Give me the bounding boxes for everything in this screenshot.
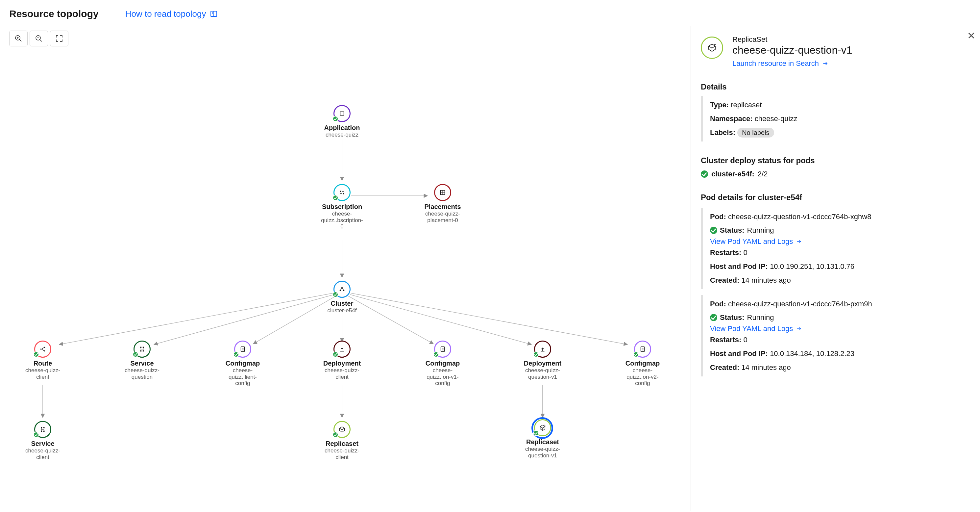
svg-text:+: + <box>714 43 716 46</box>
status-ok-icon <box>701 171 708 178</box>
node-sublabel: cheese-quizz..bscription-0 <box>321 211 363 230</box>
svg-line-35 <box>340 288 342 290</box>
node-placements[interactable]: Placements cheese-quizz-placement-0 <box>416 184 469 223</box>
svg-line-41 <box>41 349 44 351</box>
grid-icon <box>439 189 446 196</box>
help-link[interactable]: How to read topology <box>125 9 218 19</box>
node-label: Service <box>16 440 69 448</box>
document-icon <box>639 346 646 353</box>
cluster-icon <box>338 286 346 293</box>
view-pod-link[interactable]: View Pod YAML and Logs <box>710 237 802 246</box>
view-pod-label: View Pod YAML and Logs <box>710 237 793 246</box>
view-pod-label: View Pod YAML and Logs <box>710 324 793 333</box>
svg-line-40 <box>41 348 44 349</box>
node-service-client[interactable]: Service cheese-quizz-client <box>16 421 69 460</box>
node-service-question[interactable]: Service cheese-quizz-question <box>116 341 169 380</box>
cube-icon: + <box>539 424 546 431</box>
replicaset-icon: + <box>701 37 723 59</box>
svg-rect-24 <box>340 112 344 115</box>
node-sublabel: cheese-quizz-placement-0 <box>421 211 464 223</box>
node-sublabel: cheese-quizz-client <box>321 448 363 460</box>
cube-icon: + <box>338 426 346 433</box>
arrow-right-icon <box>822 60 829 67</box>
svg-rect-67 <box>41 431 43 432</box>
node-route[interactable]: Route cheese-quizz-client <box>16 341 69 380</box>
node-subscription[interactable]: Subscription cheese-quizz..bscription-0 <box>316 184 368 230</box>
status-ok-icon <box>332 116 338 122</box>
node-sublabel: cheese-quizz <box>321 132 363 138</box>
svg-text:+: + <box>344 426 345 428</box>
document-icon <box>439 346 446 353</box>
created-value: 14 minutes ago <box>741 363 791 372</box>
panel-kind: ReplicaSet <box>732 35 853 44</box>
status-ok-icon <box>33 432 39 438</box>
service-icon <box>138 346 146 353</box>
cluster-name: cluster-e54f: <box>711 170 754 179</box>
node-configmap-v2[interactable]: Configmap cheese-quizz..on-v2-config <box>616 341 669 387</box>
node-deployment-question[interactable]: Deployment cheese-quizz-question-v1 <box>516 341 569 380</box>
node-configmap-client[interactable]: Configmap cheese-quizz..lient-config <box>216 341 269 387</box>
pod-value: cheese-quizz-question-v1-cdccd764b-xghw8 <box>728 212 871 221</box>
svg-point-39 <box>44 351 45 352</box>
status-ok-icon <box>433 351 439 357</box>
view-pod-link[interactable]: View Pod YAML and Logs <box>710 324 802 333</box>
node-label: Subscription <box>316 203 368 211</box>
pod-details-section: Pod details for cluster-e54f Pod: cheese… <box>701 193 970 376</box>
status-ok-icon <box>710 227 717 234</box>
page-header: Resource topology How to read topology <box>0 0 980 26</box>
created-label: Created: <box>710 276 739 284</box>
pod-label: Pod: <box>710 212 726 221</box>
restarts-value: 0 <box>743 249 748 257</box>
created-value: 14 minutes ago <box>741 276 791 284</box>
service-icon <box>39 426 46 433</box>
namespace-value: cheese-quizz <box>755 115 797 123</box>
pod-value: cheese-quizz-question-v1-cdccd764b-pxm9h <box>728 300 872 308</box>
node-sublabel: cheese-quizz-question-v1 <box>521 446 564 459</box>
node-sublabel: cheese-quizz-question <box>121 367 164 380</box>
ip-value: 10.0.134.184, 10.128.2.23 <box>770 349 854 358</box>
subscription-icon <box>338 189 346 196</box>
node-label: Deployment <box>316 360 368 367</box>
node-label: Deployment <box>516 360 569 367</box>
node-sublabel: cheese-quizz-client <box>321 367 363 380</box>
svg-point-38 <box>44 347 45 348</box>
node-sublabel: cheese-quizz-client <box>21 367 64 380</box>
node-sublabel: cluster-e54f <box>321 307 363 314</box>
restarts-label: Restarts: <box>710 249 741 257</box>
status-value: Running <box>747 311 774 324</box>
restarts-value: 0 <box>743 336 748 344</box>
node-sublabel: cheese-quizz-question-v1 <box>521 367 564 380</box>
node-sublabel: cheese-quizz-client <box>21 448 64 460</box>
launch-search-link[interactable]: Launch resource in Search <box>732 59 829 68</box>
svg-text:+: + <box>544 424 546 427</box>
deploy-icon <box>338 346 346 353</box>
node-label: Application <box>316 124 368 132</box>
node-label: Configmap <box>616 360 669 367</box>
status-label: Status: <box>720 311 745 324</box>
status-ok-icon <box>332 292 338 297</box>
node-label: Service <box>116 360 169 367</box>
ip-label: Host and Pod IP: <box>710 349 768 358</box>
close-button[interactable]: ✕ <box>967 30 975 41</box>
node-deployment-client[interactable]: Deployment cheese-quizz-client <box>316 341 368 380</box>
node-configmap-v1[interactable]: Configmap cheese-quizz..on-v1-config <box>416 341 469 387</box>
svg-rect-42 <box>140 347 142 348</box>
status-ok-icon <box>633 351 639 357</box>
node-replicaset-question[interactable]: + Replicaset cheese-quizz-question-v1 <box>516 419 569 459</box>
svg-rect-65 <box>41 427 43 428</box>
svg-rect-45 <box>143 351 144 352</box>
node-label: Configmap <box>216 360 269 367</box>
svg-rect-44 <box>140 351 142 352</box>
status-ok-icon <box>332 351 338 357</box>
route-icon <box>39 346 46 353</box>
status-value: Running <box>747 223 774 237</box>
topology-canvas[interactable]: Application cheese-quizz Subscription ch… <box>0 26 690 511</box>
node-label: Replicaset <box>516 438 569 446</box>
node-application[interactable]: Application cheese-quizz <box>316 105 368 138</box>
node-replicaset-client[interactable]: + Replicaset cheese-quizz-client <box>316 421 368 460</box>
status-ok-icon <box>332 432 338 438</box>
node-cluster[interactable]: Cluster cluster-e54f <box>316 281 368 314</box>
cluster-count: 2/2 <box>758 170 768 179</box>
page-title: Resource topology <box>9 8 99 19</box>
node-sublabel: cheese-quizz..on-v1-config <box>421 367 464 387</box>
